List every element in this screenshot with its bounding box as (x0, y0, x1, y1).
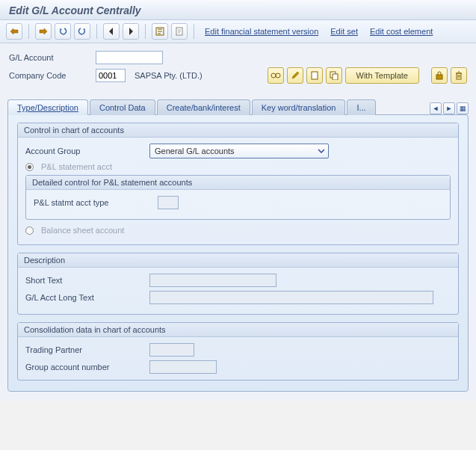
delete-icon[interactable] (451, 67, 467, 84)
redo-icon[interactable] (74, 23, 90, 40)
account-group-select[interactable]: General G/L accounts (149, 144, 329, 158)
header-area: G/L Account Company Code SAPSA Pty. (LTD… (0, 43, 476, 93)
tab-info-more[interactable]: I... (347, 99, 375, 115)
svg-rect-6 (333, 74, 338, 80)
tab-keyword-translation[interactable]: Key word/translation (252, 99, 346, 115)
account-group-value: General G/L accounts (155, 147, 235, 155)
svg-point-3 (276, 73, 280, 78)
svg-rect-4 (312, 72, 318, 79)
group-desc-title: Description (18, 253, 458, 268)
page-title: Edit G/L Account Centrally (9, 4, 467, 16)
short-text-label: Short Text (25, 276, 145, 285)
group-consol-title: Consolidation data in chart of accounts (18, 323, 458, 337)
tab-scroll-right-icon[interactable]: ► (443, 102, 455, 114)
next-icon[interactable] (123, 23, 139, 40)
prev-icon[interactable] (103, 23, 120, 40)
app-toolbar: Edit financial statement version Edit se… (0, 20, 476, 43)
svg-point-2 (271, 73, 276, 78)
link-fin-stmt[interactable]: Edit financial statement version (200, 27, 323, 36)
link-edit-cost[interactable]: Edit cost element (365, 27, 437, 36)
tab-body: Control in chart of accounts Account Gro… (7, 114, 469, 392)
tab-control-data[interactable]: Control Data (90, 99, 155, 115)
long-text-label: G/L Acct Long Text (25, 293, 145, 302)
with-template-button[interactable]: With Template (345, 67, 420, 84)
detailed-control-title: Detailed control for P&L statement accou… (26, 176, 450, 190)
undo-icon[interactable] (55, 23, 71, 40)
balance-sheet-label: Balance sheet account (41, 226, 124, 235)
pencil-icon[interactable] (287, 67, 303, 84)
account-group-label: Account Group (25, 147, 145, 155)
new-doc-icon[interactable] (306, 67, 323, 84)
with-template-label: With Template (356, 71, 409, 80)
svg-rect-8 (457, 73, 461, 79)
group-control-chart: Control in chart of accounts Account Gro… (17, 123, 459, 245)
pl-type-input[interactable] (158, 196, 179, 209)
group-account-label: Group account number (25, 363, 145, 372)
nav-in-icon[interactable] (35, 23, 52, 40)
balance-sheet-radio[interactable] (25, 226, 34, 235)
group-consolidation: Consolidation data in chart of accounts … (17, 322, 459, 380)
pl-statement-radio[interactable] (25, 163, 34, 171)
glasses-icon[interactable] (268, 67, 284, 84)
group-description: Description Short Text G/L Acct Long Tex… (17, 253, 459, 315)
display-change-icon[interactable] (152, 23, 168, 40)
gl-account-label: G/L Account (9, 53, 91, 62)
trading-partner-input[interactable] (149, 343, 194, 357)
chevron-down-icon (318, 147, 325, 155)
tab-create-bank-interest[interactable]: Create/bank/interest (157, 99, 250, 115)
trading-partner-label: Trading Partner (25, 345, 145, 354)
link-edit-set[interactable]: Edit set (326, 27, 362, 36)
document-icon[interactable] (171, 23, 188, 40)
nav-out-icon[interactable] (6, 23, 22, 40)
company-name-text: SAPSA Pty. (LTD.) (135, 71, 203, 80)
long-text-input[interactable] (149, 291, 433, 304)
gl-account-input[interactable] (96, 51, 163, 64)
tab-scroll-left-icon[interactable]: ◄ (430, 102, 442, 114)
pl-statement-label: P&L statement acct (41, 162, 112, 171)
tabstrip: Type/Description Control Data Create/ban… (7, 99, 469, 114)
company-code-label: Company Code (9, 71, 91, 80)
group-control-title: Control in chart of accounts (18, 123, 458, 138)
tab-list-icon[interactable]: ▦ (457, 102, 469, 114)
group-account-input[interactable] (149, 360, 217, 374)
short-text-input[interactable] (149, 274, 276, 287)
tab-type-description[interactable]: Type/Description (7, 99, 88, 115)
lock-icon[interactable] (431, 67, 448, 84)
copy-doc-icon[interactable] (326, 67, 342, 84)
pl-type-label: P&L statmt acct type (34, 198, 153, 207)
svg-rect-7 (436, 75, 442, 79)
company-code-input[interactable] (96, 69, 126, 82)
